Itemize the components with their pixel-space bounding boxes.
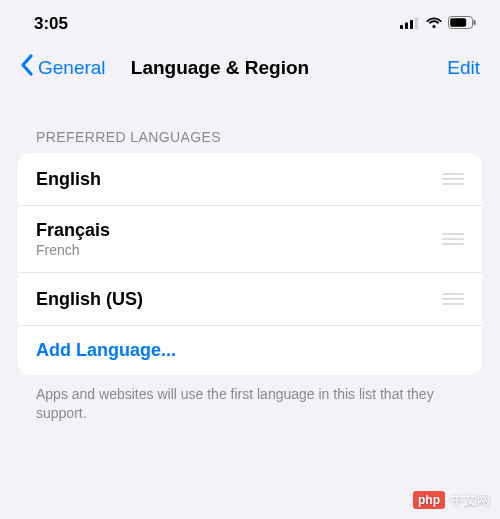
status-indicators (400, 14, 476, 34)
back-label: General (38, 57, 106, 79)
watermark: php 中文网 (413, 491, 490, 509)
language-name: English (US) (36, 289, 143, 310)
wifi-icon (425, 14, 443, 34)
watermark-text: 中文网 (451, 491, 490, 509)
list-item[interactable]: Français French (18, 206, 482, 273)
language-subtitle: French (36, 242, 110, 258)
edit-button[interactable]: Edit (447, 57, 480, 79)
svg-rect-2 (410, 20, 413, 29)
svg-rect-5 (450, 18, 466, 27)
chevron-left-icon (20, 54, 34, 81)
back-button[interactable]: General (20, 54, 106, 81)
list-item[interactable]: English (US) (18, 273, 482, 326)
list-item[interactable]: English (18, 153, 482, 206)
section-header-preferred-languages: PREFERRED LANGUAGES (0, 129, 500, 145)
battery-icon (448, 14, 476, 34)
language-list: English Français French English (US) Add… (18, 153, 482, 375)
svg-rect-3 (415, 17, 418, 29)
language-name: English (36, 169, 101, 190)
footer-note: Apps and websites will use the first lan… (0, 375, 500, 423)
page-title: Language & Region (131, 57, 309, 79)
svg-rect-0 (400, 25, 403, 29)
nav-bar: General Language & Region Edit (0, 42, 500, 93)
status-time: 3:05 (34, 14, 68, 34)
reorder-handle-icon[interactable] (442, 167, 464, 191)
svg-rect-6 (474, 20, 476, 25)
svg-rect-1 (405, 23, 408, 30)
cellular-signal-icon (400, 14, 420, 34)
watermark-logo: php (413, 491, 445, 509)
status-bar: 3:05 (0, 0, 500, 42)
reorder-handle-icon[interactable] (442, 227, 464, 251)
reorder-handle-icon[interactable] (442, 287, 464, 311)
language-name: Français (36, 220, 110, 241)
add-language-label: Add Language... (36, 340, 176, 361)
add-language-button[interactable]: Add Language... (18, 326, 482, 375)
